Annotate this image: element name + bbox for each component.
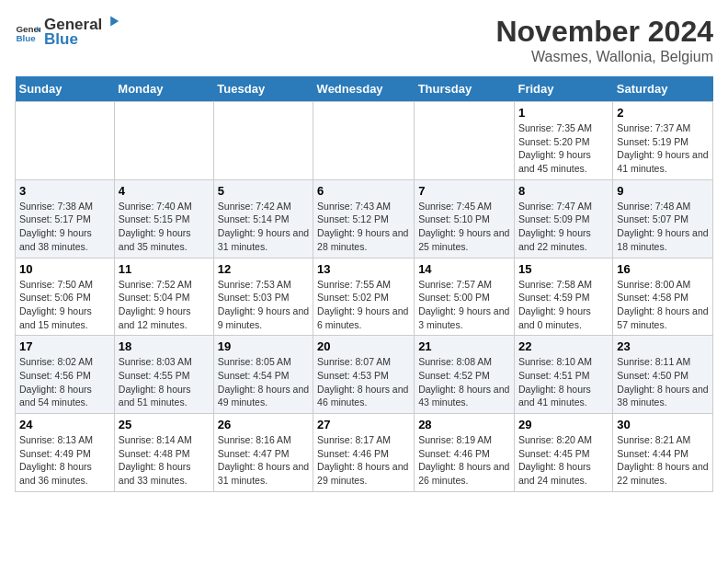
- day-number: 3: [19, 184, 110, 198]
- day-info: Sunrise: 8:20 AM Sunset: 4:45 PM Dayligh…: [518, 433, 609, 488]
- day-number: 16: [617, 262, 709, 276]
- calendar-cell: 20Sunrise: 8:07 AM Sunset: 4:53 PM Dayli…: [313, 336, 415, 414]
- calendar-header-row: SundayMondayTuesdayWednesdayThursdayFrid…: [16, 76, 713, 102]
- logo: General Blue General Blue: [15, 15, 120, 49]
- day-number: 7: [418, 184, 510, 198]
- calendar-cell: 9Sunrise: 7:48 AM Sunset: 5:07 PM Daylig…: [613, 179, 713, 258]
- day-number: 28: [418, 418, 510, 431]
- calendar-cell: 27Sunrise: 8:17 AM Sunset: 4:46 PM Dayli…: [313, 414, 415, 492]
- calendar-cell: 11Sunrise: 7:52 AM Sunset: 5:04 PM Dayli…: [114, 258, 213, 336]
- day-number: 15: [518, 262, 609, 276]
- header: General Blue General Blue November 2024 …: [15, 15, 713, 65]
- weekday-header-sunday: Sunday: [16, 76, 115, 102]
- weekday-header-saturday: Saturday: [613, 76, 713, 102]
- day-number: 19: [218, 339, 309, 353]
- day-info: Sunrise: 8:10 AM Sunset: 4:51 PM Dayligh…: [518, 355, 609, 409]
- day-info: Sunrise: 8:19 AM Sunset: 4:46 PM Dayligh…: [418, 433, 510, 488]
- page-title: November 2024: [495, 15, 713, 49]
- day-info: Sunrise: 7:35 AM Sunset: 5:20 PM Dayligh…: [518, 121, 609, 176]
- calendar-cell: 6Sunrise: 7:43 AM Sunset: 5:12 PM Daylig…: [313, 179, 415, 258]
- day-info: Sunrise: 7:52 AM Sunset: 5:04 PM Dayligh…: [119, 278, 210, 332]
- day-info: Sunrise: 8:05 AM Sunset: 4:54 PM Dayligh…: [218, 355, 309, 409]
- day-number: 9: [617, 184, 709, 198]
- day-number: 26: [218, 418, 309, 431]
- day-info: Sunrise: 8:16 AM Sunset: 4:47 PM Dayligh…: [218, 433, 309, 488]
- week-row-2: 3Sunrise: 7:38 AM Sunset: 5:17 PM Daylig…: [16, 179, 713, 258]
- calendar-cell: 8Sunrise: 7:47 AM Sunset: 5:09 PM Daylig…: [514, 179, 612, 258]
- calendar-cell: [313, 102, 415, 180]
- logo-arrow-icon: [104, 13, 120, 29]
- week-row-5: 24Sunrise: 8:13 AM Sunset: 4:49 PM Dayli…: [16, 414, 713, 492]
- day-info: Sunrise: 8:11 AM Sunset: 4:50 PM Dayligh…: [617, 355, 709, 409]
- day-number: 12: [218, 262, 309, 276]
- day-number: 18: [119, 339, 210, 353]
- day-number: 23: [617, 339, 709, 353]
- day-info: Sunrise: 8:08 AM Sunset: 4:52 PM Dayligh…: [418, 355, 510, 409]
- calendar-cell: 2Sunrise: 7:37 AM Sunset: 5:19 PM Daylig…: [613, 102, 713, 180]
- calendar-cell: 5Sunrise: 7:42 AM Sunset: 5:14 PM Daylig…: [213, 179, 313, 258]
- calendar-cell: 12Sunrise: 7:53 AM Sunset: 5:03 PM Dayli…: [213, 258, 313, 336]
- day-info: Sunrise: 7:48 AM Sunset: 5:07 PM Dayligh…: [617, 200, 709, 254]
- week-row-1: 1Sunrise: 7:35 AM Sunset: 5:20 PM Daylig…: [16, 102, 713, 180]
- day-number: 24: [19, 418, 110, 431]
- week-row-3: 10Sunrise: 7:50 AM Sunset: 5:06 PM Dayli…: [16, 258, 713, 336]
- calendar-cell: 25Sunrise: 8:14 AM Sunset: 4:48 PM Dayli…: [114, 414, 213, 492]
- day-number: 2: [617, 106, 709, 120]
- day-info: Sunrise: 7:42 AM Sunset: 5:14 PM Dayligh…: [218, 200, 309, 254]
- calendar-table: SundayMondayTuesdayWednesdayThursdayFrid…: [15, 76, 713, 492]
- day-info: Sunrise: 7:47 AM Sunset: 5:09 PM Dayligh…: [518, 200, 609, 254]
- calendar-cell: 7Sunrise: 7:45 AM Sunset: 5:10 PM Daylig…: [415, 179, 515, 258]
- day-info: Sunrise: 8:17 AM Sunset: 4:46 PM Dayligh…: [317, 433, 410, 488]
- calendar-cell: 3Sunrise: 7:38 AM Sunset: 5:17 PM Daylig…: [16, 179, 115, 258]
- calendar-cell: 13Sunrise: 7:55 AM Sunset: 5:02 PM Dayli…: [313, 258, 415, 336]
- day-info: Sunrise: 8:14 AM Sunset: 4:48 PM Dayligh…: [119, 433, 210, 488]
- day-number: 30: [617, 418, 709, 431]
- day-number: 11: [119, 262, 210, 276]
- day-info: Sunrise: 8:00 AM Sunset: 4:58 PM Dayligh…: [617, 278, 709, 332]
- day-number: 6: [317, 184, 410, 198]
- day-info: Sunrise: 7:40 AM Sunset: 5:15 PM Dayligh…: [119, 200, 210, 254]
- day-number: 27: [317, 418, 410, 431]
- weekday-header-wednesday: Wednesday: [313, 76, 415, 102]
- calendar-cell: 17Sunrise: 8:02 AM Sunset: 4:56 PM Dayli…: [16, 336, 115, 414]
- day-info: Sunrise: 7:43 AM Sunset: 5:12 PM Dayligh…: [317, 200, 410, 254]
- weekday-header-monday: Monday: [114, 76, 213, 102]
- day-info: Sunrise: 8:07 AM Sunset: 4:53 PM Dayligh…: [317, 355, 410, 409]
- weekday-header-friday: Friday: [514, 76, 612, 102]
- svg-text:Blue: Blue: [16, 32, 36, 42]
- day-number: 14: [418, 262, 510, 276]
- calendar-cell: [415, 102, 515, 180]
- calendar-cell: 26Sunrise: 8:16 AM Sunset: 4:47 PM Dayli…: [213, 414, 313, 492]
- day-info: Sunrise: 8:21 AM Sunset: 4:44 PM Dayligh…: [617, 433, 709, 488]
- calendar-cell: 24Sunrise: 8:13 AM Sunset: 4:49 PM Dayli…: [16, 414, 115, 492]
- day-number: 8: [518, 184, 609, 198]
- calendar-cell: 4Sunrise: 7:40 AM Sunset: 5:15 PM Daylig…: [114, 179, 213, 258]
- page-subtitle: Wasmes, Wallonia, Belgium: [495, 49, 713, 65]
- calendar-cell: 10Sunrise: 7:50 AM Sunset: 5:06 PM Dayli…: [16, 258, 115, 336]
- calendar-cell: [114, 102, 213, 180]
- calendar-cell: 1Sunrise: 7:35 AM Sunset: 5:20 PM Daylig…: [514, 102, 612, 180]
- calendar-cell: 23Sunrise: 8:11 AM Sunset: 4:50 PM Dayli…: [613, 336, 713, 414]
- weekday-header-tuesday: Tuesday: [213, 76, 313, 102]
- day-info: Sunrise: 8:03 AM Sunset: 4:55 PM Dayligh…: [119, 355, 210, 409]
- calendar-cell: 16Sunrise: 8:00 AM Sunset: 4:58 PM Dayli…: [613, 258, 713, 336]
- day-info: Sunrise: 7:45 AM Sunset: 5:10 PM Dayligh…: [418, 200, 510, 254]
- day-number: 4: [119, 184, 210, 198]
- day-info: Sunrise: 7:38 AM Sunset: 5:17 PM Dayligh…: [19, 200, 110, 254]
- day-number: 10: [19, 262, 110, 276]
- day-info: Sunrise: 7:58 AM Sunset: 4:59 PM Dayligh…: [518, 278, 609, 332]
- day-info: Sunrise: 8:13 AM Sunset: 4:49 PM Dayligh…: [19, 433, 110, 488]
- day-info: Sunrise: 7:57 AM Sunset: 5:00 PM Dayligh…: [418, 278, 510, 332]
- day-number: 22: [518, 339, 609, 353]
- calendar-cell: 30Sunrise: 8:21 AM Sunset: 4:44 PM Dayli…: [613, 414, 713, 492]
- title-area: November 2024 Wasmes, Wallonia, Belgium: [495, 15, 713, 65]
- calendar-cell: 22Sunrise: 8:10 AM Sunset: 4:51 PM Dayli…: [514, 336, 612, 414]
- calendar-cell: 19Sunrise: 8:05 AM Sunset: 4:54 PM Dayli…: [213, 336, 313, 414]
- day-number: 20: [317, 339, 410, 353]
- logo-icon: General Blue: [15, 19, 40, 45]
- day-number: 5: [218, 184, 309, 198]
- day-info: Sunrise: 7:37 AM Sunset: 5:19 PM Dayligh…: [617, 121, 709, 176]
- calendar-cell: 28Sunrise: 8:19 AM Sunset: 4:46 PM Dayli…: [415, 414, 515, 492]
- day-info: Sunrise: 8:02 AM Sunset: 4:56 PM Dayligh…: [19, 355, 110, 409]
- calendar-cell: 15Sunrise: 7:58 AM Sunset: 4:59 PM Dayli…: [514, 258, 612, 336]
